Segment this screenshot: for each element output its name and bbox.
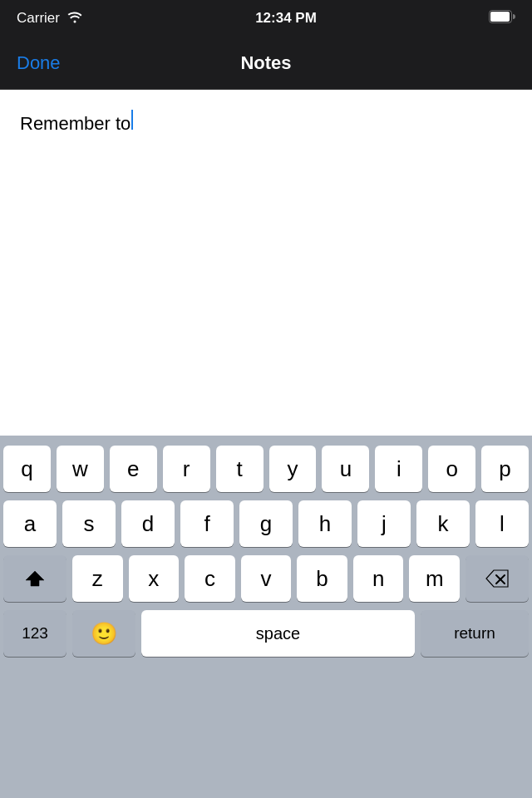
text-cursor xyxy=(131,110,133,130)
delete-key[interactable] xyxy=(466,555,529,602)
status-bar: Carrier 12:34 PM xyxy=(0,0,532,37)
keyboard: q w e r t y u i o p a s d f g h j k l z … xyxy=(0,436,532,798)
status-time: 12:34 PM xyxy=(255,10,317,27)
battery-icon xyxy=(489,10,515,27)
nav-bar: Done Notes xyxy=(0,37,532,90)
keyboard-row-1: q w e r t y u i o p xyxy=(3,446,529,492)
key-s[interactable]: s xyxy=(62,500,116,547)
keyboard-row-4: 123 🙂 space return xyxy=(3,610,529,657)
note-text-content: Remember to xyxy=(20,113,131,135)
key-e[interactable]: e xyxy=(110,446,157,492)
key-o[interactable]: o xyxy=(428,446,475,492)
key-k[interactable]: k xyxy=(416,500,470,547)
key-p[interactable]: p xyxy=(481,446,529,492)
key-q[interactable]: q xyxy=(3,446,51,492)
shift-key[interactable] xyxy=(3,555,66,602)
key-f[interactable]: f xyxy=(180,500,234,547)
return-key[interactable]: return xyxy=(421,610,529,657)
key-r[interactable]: r xyxy=(163,446,210,492)
key-g[interactable]: g xyxy=(239,500,293,547)
key-w[interactable]: w xyxy=(57,446,104,492)
key-j[interactable]: j xyxy=(357,500,411,547)
key-h[interactable]: h xyxy=(298,500,352,547)
key-a[interactable]: a xyxy=(3,500,57,547)
key-m[interactable]: m xyxy=(409,555,460,602)
page-title: Notes xyxy=(240,52,291,74)
status-left: Carrier xyxy=(17,10,83,27)
note-area[interactable]: Remember to xyxy=(0,90,532,436)
key-n[interactable]: n xyxy=(353,555,404,602)
keyboard-row-3: z x c v b n m xyxy=(3,555,529,602)
key-x[interactable]: x xyxy=(129,555,180,602)
key-t[interactable]: t xyxy=(216,446,264,492)
number-key[interactable]: 123 xyxy=(3,610,66,657)
carrier-label: Carrier xyxy=(17,10,60,27)
key-c[interactable]: c xyxy=(185,555,235,602)
key-d[interactable]: d xyxy=(121,500,175,547)
wifi-icon xyxy=(66,10,83,27)
key-v[interactable]: v xyxy=(241,555,292,602)
space-key[interactable]: space xyxy=(141,610,415,657)
key-y[interactable]: y xyxy=(269,446,317,492)
emoji-key[interactable]: 🙂 xyxy=(72,610,135,657)
done-button[interactable]: Done xyxy=(17,52,61,74)
key-z[interactable]: z xyxy=(72,555,123,602)
key-b[interactable]: b xyxy=(297,555,347,602)
keyboard-row-2: a s d f g h j k l xyxy=(3,500,529,547)
key-i[interactable]: i xyxy=(375,446,422,492)
note-content: Remember to xyxy=(20,110,512,135)
key-u[interactable]: u xyxy=(322,446,369,492)
key-l[interactable]: l xyxy=(475,500,529,547)
svg-rect-1 xyxy=(490,12,510,22)
